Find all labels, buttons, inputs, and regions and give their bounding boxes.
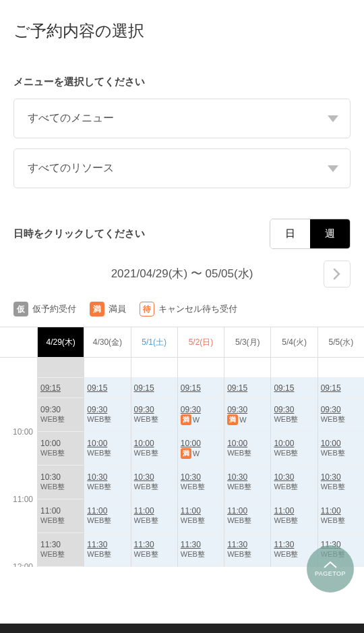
slot-time: 11:00 [134,506,175,516]
date-range: 2021/04/29(木) 〜 05/05(水) [111,266,253,281]
time-slot[interactable]: 10:30WEB整 [178,466,224,499]
time-slot[interactable]: 10:30WEB整 [318,466,364,499]
day-header[interactable]: 5/2(日) [178,327,224,358]
time-slot: 11:00WEB整 [38,499,84,533]
machi-badge: 待 [140,302,154,316]
slot-time: 09:30 [321,405,361,414]
time-slot[interactable]: 11:00WEB整 [84,499,130,533]
slot-time: 10:30 [87,472,127,482]
time-slot[interactable]: 09:30満W [178,398,224,432]
page-title: ご予約内容の選択 [13,20,351,42]
time-slot[interactable]: 10:30WEB整 [131,466,177,499]
slot-time: 09:15 [181,383,201,393]
slot-time: 09:30 [134,405,175,414]
legend-man: 満 満員 [90,302,126,316]
time-slot[interactable]: 09:30WEB整 [131,398,177,432]
slot-time: 10:00 [40,439,81,448]
time-slot[interactable]: 09:15 [131,378,177,398]
time-slot[interactable]: 11:30WEB整 [84,533,130,567]
slot-time: 09:15 [134,383,154,393]
slot-time: 10:00 [87,439,127,448]
time-slot[interactable]: 09:15 [224,378,270,398]
time-slot[interactable]: 11:00WEB整 [178,499,224,533]
day-header[interactable]: 5/4(火) [271,327,317,358]
slot-time: 10:30 [321,472,361,482]
view-day-button[interactable]: 日 [270,219,310,248]
time-slot: 09:30WEB整 [38,398,84,432]
time-slot: 10:00WEB整 [38,432,84,466]
slot-text: WEB整 [87,482,127,492]
time-slot[interactable]: 10:00満W [178,432,224,466]
kari-badge: 仮 [13,302,28,316]
full-badge-icon: 満 [227,414,238,425]
time-slot[interactable]: 11:30WEB整 [178,533,224,567]
time-slot[interactable]: 10:30WEB整 [271,466,317,499]
slot-time: 10:00 [274,439,314,448]
slot-text: WEB整 [134,549,175,559]
time-slot[interactable]: 10:00WEB整 [271,432,317,466]
time-slot[interactable]: 09:15 [318,378,364,398]
slot-time: 11:30 [134,540,175,549]
time-slot[interactable]: 10:30WEB整 [84,466,130,499]
slot-text: WEB整 [87,414,127,424]
slot-text: WEB整 [40,448,81,458]
slot-time: 09:15 [87,383,107,393]
slot-text: WEB整 [181,516,221,526]
slot-time: 09:30 [40,405,81,414]
day-header[interactable]: 5/3(月) [224,327,270,358]
legend-machi: 待 キャンセル待ち受付 [140,302,237,316]
slot-text: WEB整 [40,516,81,526]
time-slot[interactable]: 10:00WEB整 [318,432,364,466]
day-header[interactable]: 5/1(土) [131,327,177,358]
time-slot[interactable]: 09:30WEB整 [318,398,364,432]
slot-text: WEB整 [87,549,127,559]
time-slot[interactable]: 10:00WEB整 [84,432,130,466]
time-column: 10:0011:0012:00 [0,327,38,567]
time-slot[interactable]: 11:30WEB整 [224,533,270,567]
slot-text: WEB整 [40,482,81,492]
time-slot[interactable]: 09:30満W [224,398,270,432]
day-header[interactable]: 5/5(水) [318,327,364,358]
slot-text: WEB整 [274,448,314,458]
resource-select-wrap[interactable]: すべてのリソース [13,148,351,188]
time-slot[interactable]: 11:00WEB整 [318,499,364,533]
man-badge: 満 [90,302,104,316]
next-week-button[interactable] [324,260,351,287]
time-slot[interactable]: 09:30WEB整 [271,398,317,432]
schedule-grid: 10:0011:0012:00 4/29(木)09:1509:30WEB整10:… [0,327,364,567]
time-slot[interactable]: 11:00WEB整 [224,499,270,533]
date-section-label: 日時をクリックしてください [13,227,145,240]
time-slot[interactable]: 11:00WEB整 [271,499,317,533]
slot-text: WEB整 [134,414,175,424]
time-slot[interactable]: 09:15 [84,378,130,398]
time-slot[interactable]: 10:00WEB整 [131,432,177,466]
slot-text: WEB整 [227,549,268,559]
menu-select[interactable]: すべてのメニュー [13,99,351,138]
time-axis-label: 12:00 [13,562,33,567]
resource-select[interactable]: すべてのリソース [13,148,351,188]
slot-time: 11:30 [40,540,81,549]
time-slot[interactable]: 09:15 [271,378,317,398]
slot-text: WEB整 [134,448,175,458]
time-slot[interactable]: 09:30WEB整 [84,398,130,432]
slot-text: WEB整 [87,448,127,458]
menu-section-label: メニューを選択してください [13,76,351,88]
slot-text: WEB整 [40,414,81,424]
day-header[interactable]: 4/30(金) [84,327,130,358]
view-week-button[interactable]: 週 [310,219,350,248]
time-slot[interactable]: 10:30WEB整 [224,466,270,499]
slot-time: 09:15 [227,383,247,393]
slot-time: 11:30 [227,540,268,549]
day-header[interactable]: 4/29(木) [38,327,84,358]
menu-select-wrap[interactable]: すべてのメニュー [13,99,351,138]
slot-time: 10:00 [227,439,268,448]
time-slot[interactable]: 10:00WEB整 [224,432,270,466]
time-slot[interactable]: 09:15 [178,378,224,398]
slot-time: 11:00 [40,506,81,516]
slot-text: WEB整 [181,549,221,559]
time-slot[interactable]: 11:30WEB整 [131,533,177,567]
slot-time: 11:00 [274,506,314,516]
slot-text: 満W [181,448,221,459]
time-slot[interactable]: 11:00WEB整 [131,499,177,533]
slot-time: 10:30 [274,472,314,482]
